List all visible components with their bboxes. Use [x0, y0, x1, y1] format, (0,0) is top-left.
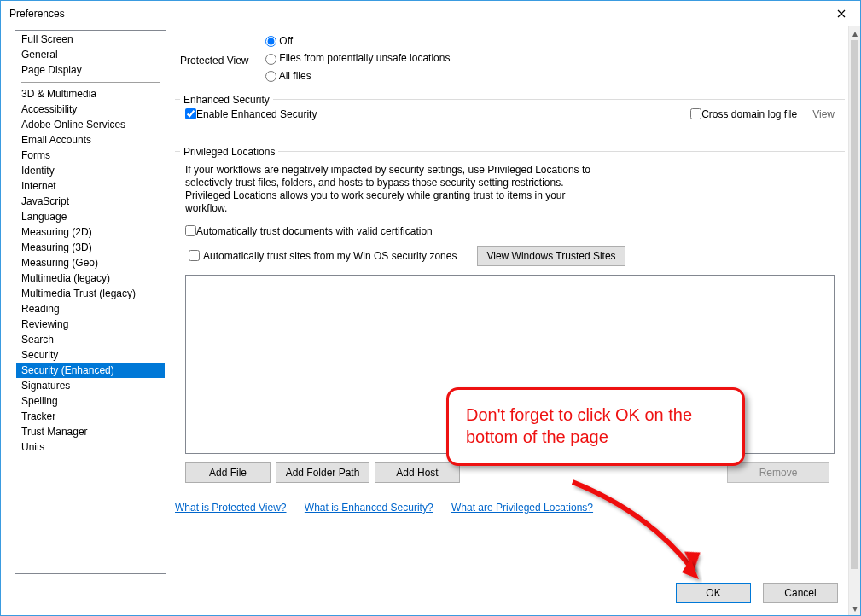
- settings-panel: Protected View Off Files from potentiall…: [166, 26, 848, 574]
- protected-view-options: Off Files from potentially unsafe locati…: [265, 35, 450, 87]
- sidebar-item[interactable]: Spelling: [16, 393, 165, 409]
- annotation-callout: Don't forget to click OK on the bottom o…: [446, 387, 745, 466]
- protected-view-radio-unsafe[interactable]: Files from potentially unsafe locations: [265, 52, 450, 64]
- window-title: Preferences: [9, 8, 822, 20]
- cancel-button[interactable]: Cancel: [763, 583, 838, 603]
- sidebar-item[interactable]: Trust Manager: [16, 424, 165, 439]
- add-host-button[interactable]: Add Host: [375, 462, 460, 483]
- titlebar: Preferences: [1, 1, 860, 26]
- sidebar-item[interactable]: Multimedia (legacy): [16, 270, 165, 286]
- scrollbar-thumb[interactable]: [851, 40, 858, 569]
- sidebar-item[interactable]: Page Display: [16, 62, 165, 78]
- sidebar-item[interactable]: Language: [16, 209, 165, 224]
- protected-view-radio-all[interactable]: All files: [265, 70, 450, 82]
- sidebar-item[interactable]: Security: [16, 347, 165, 363]
- scroll-down-icon[interactable]: ▾: [849, 601, 860, 615]
- protected-view-label: Protected View: [180, 55, 265, 67]
- privileged-locations-description: If your workflows are negatively impacte…: [185, 164, 603, 215]
- sidebar-item[interactable]: Measuring (Geo): [16, 255, 165, 270]
- what-is-enhanced-security-link[interactable]: What is Enhanced Security?: [305, 502, 433, 514]
- dialog-footer: OK Cancel: [1, 574, 848, 615]
- sidebar-item[interactable]: Units: [16, 439, 165, 455]
- sidebar-item[interactable]: Accessibility: [16, 102, 165, 117]
- sidebar-item[interactable]: 3D & Multimedia: [16, 86, 165, 102]
- remove-button: Remove: [727, 462, 829, 483]
- sidebar-item[interactable]: Measuring (3D): [16, 240, 165, 255]
- sidebar-item[interactable]: Adobe Online Services: [16, 117, 165, 132]
- enable-enhanced-security-checkbox[interactable]: Enable Enhanced Security: [185, 108, 317, 120]
- sidebar-item[interactable]: Forms: [16, 148, 165, 163]
- protected-view-radio-off[interactable]: Off: [265, 35, 450, 47]
- close-button[interactable]: [822, 1, 860, 26]
- sidebar-item[interactable]: Identity: [16, 163, 165, 178]
- sidebar-item[interactable]: Reading: [16, 301, 165, 317]
- sidebar-item[interactable]: Multimedia Trust (legacy): [16, 286, 165, 301]
- sidebar-divider: [21, 82, 160, 83]
- privileged-locations-group-label: Privileged Locations: [180, 146, 278, 158]
- view-log-link[interactable]: View: [812, 108, 835, 120]
- sidebar-item[interactable]: Search: [16, 332, 165, 347]
- vertical-scrollbar[interactable]: ▴ ▾: [848, 26, 860, 615]
- sidebar-item[interactable]: Full Screen: [16, 32, 165, 47]
- enhanced-security-group-label: Enhanced Security: [180, 94, 273, 106]
- view-trusted-sites-button[interactable]: View Windows Trusted Sites: [477, 246, 625, 266]
- sidebar-item[interactable]: JavaScript: [16, 194, 165, 209]
- enhanced-security-group: Enhanced Security Enable Enhanced Securi…: [175, 87, 845, 129]
- sidebar-item[interactable]: Security (Enhanced): [16, 363, 165, 378]
- sidebar-item[interactable]: Internet: [16, 178, 165, 194]
- sidebar-item[interactable]: Measuring (2D): [16, 224, 165, 240]
- cross-domain-log-checkbox[interactable]: Cross domain log file: [690, 108, 797, 120]
- annotation-text: Don't forget to click OK on the bottom o…: [466, 404, 725, 448]
- sidebar-item[interactable]: General: [16, 47, 165, 62]
- sidebar-item[interactable]: Email Accounts: [16, 132, 165, 148]
- ok-button[interactable]: OK: [676, 583, 751, 603]
- what-is-protected-view-link[interactable]: What is Protected View?: [175, 502, 287, 514]
- scroll-up-icon[interactable]: ▴: [849, 26, 860, 40]
- help-links: What is Protected View? What is Enhanced…: [175, 502, 845, 514]
- what-are-privileged-locations-link[interactable]: What are Privileged Locations?: [451, 502, 593, 514]
- add-file-button[interactable]: Add File: [185, 462, 271, 483]
- sidebar-item[interactable]: Tracker: [16, 409, 165, 424]
- auto-trust-zones-checkbox[interactable]: Automatically trust sites from my Win OS…: [189, 250, 457, 262]
- add-folder-path-button[interactable]: Add Folder Path: [276, 462, 369, 483]
- category-sidebar[interactable]: Full ScreenGeneralPage Display3D & Multi…: [15, 30, 166, 574]
- sidebar-item[interactable]: Signatures: [16, 378, 165, 393]
- close-icon: [837, 9, 846, 18]
- sidebar-item[interactable]: Reviewing: [16, 317, 165, 332]
- auto-trust-cert-checkbox[interactable]: Automatically trust documents with valid…: [185, 225, 835, 237]
